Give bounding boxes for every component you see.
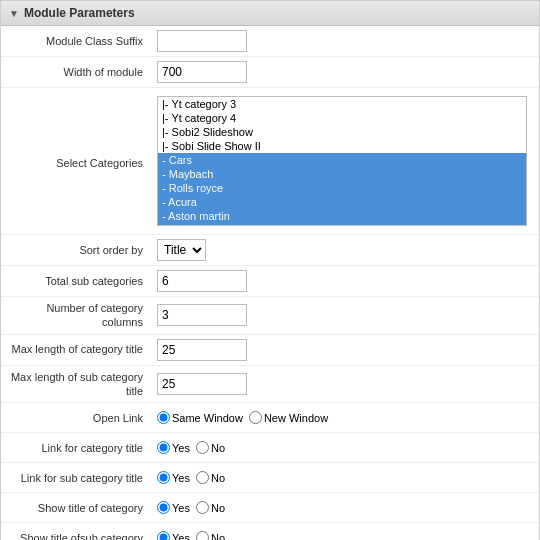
show-title-category-yes-radio[interactable] — [157, 501, 170, 514]
show-title-sub-category-no-option[interactable]: No — [196, 531, 225, 540]
show-title-sub-category-yes-radio[interactable] — [157, 531, 170, 540]
open-link-same-window-radio[interactable] — [157, 411, 170, 424]
module-class-suffix-row: Module Class Suffix — [1, 26, 539, 57]
link-sub-category-title-yes-label: Yes — [172, 472, 190, 484]
show-title-category-radio-group: Yes No — [157, 501, 225, 514]
max-length-sub-category-title-value — [151, 369, 539, 399]
select-categories-label: Select Categories — [1, 148, 151, 174]
max-length-sub-category-title-label: Max length of sub category title — [1, 366, 151, 403]
link-for-category-title-row: Link for category title Yes No — [1, 433, 539, 463]
max-length-category-title-input[interactable] — [157, 339, 247, 361]
width-of-module-value — [151, 57, 539, 87]
total-sub-categories-row: Total sub categories — [1, 266, 539, 297]
show-title-of-category-label: Show title of category — [1, 497, 151, 519]
select-categories-value: |- Yt category 3|- Yt category 4|- Sobi2… — [151, 92, 539, 230]
link-sub-category-title-no-option[interactable]: No — [196, 471, 225, 484]
link-sub-category-title-no-label: No — [211, 472, 225, 484]
max-length-category-title-row: Max length of category title — [1, 335, 539, 366]
category-list[interactable]: |- Yt category 3|- Yt category 4|- Sobi2… — [157, 96, 527, 226]
max-length-sub-category-title-row: Max length of sub category title — [1, 366, 539, 404]
show-title-of-category-row: Show title of category Yes No — [1, 493, 539, 523]
link-category-title-no-label: No — [211, 442, 225, 454]
link-sub-category-title-radio-group: Yes No — [157, 471, 225, 484]
list-item[interactable]: - Aston martin — [158, 209, 526, 223]
show-title-category-no-radio[interactable] — [196, 501, 209, 514]
link-category-title-radio-group: Yes No — [157, 441, 225, 454]
list-item[interactable]: - Audi — [158, 223, 526, 226]
collapse-icon: ▼ — [9, 8, 19, 19]
show-title-sub-category-yes-label: Yes — [172, 532, 190, 540]
show-title-of-category-value: Yes No — [151, 497, 539, 518]
open-link-radio-group: Same Window New Window — [157, 411, 328, 424]
open-link-new-window-label: New Window — [264, 412, 328, 424]
list-item[interactable]: |- Yt category 3 — [158, 97, 526, 111]
open-link-new-window-radio[interactable] — [249, 411, 262, 424]
open-link-new-window-option[interactable]: New Window — [249, 411, 328, 424]
max-length-category-title-value — [151, 335, 539, 365]
module-parameters-title: Module Parameters — [24, 6, 135, 20]
show-title-of-sub-category-row: Show title ofsub category Yes No — [1, 523, 539, 540]
open-link-same-window-label: Same Window — [172, 412, 243, 424]
link-sub-category-title-no-radio[interactable] — [196, 471, 209, 484]
sort-order-value: Title — [151, 235, 539, 265]
max-length-category-title-label: Max length of category title — [1, 338, 151, 360]
link-category-title-yes-radio[interactable] — [157, 441, 170, 454]
list-item[interactable]: |- Sobi Slide Show II — [158, 139, 526, 153]
total-sub-categories-label: Total sub categories — [1, 270, 151, 292]
sort-order-select[interactable]: Title — [157, 239, 206, 261]
list-item[interactable]: |- Yt category 4 — [158, 111, 526, 125]
link-category-title-yes-option[interactable]: Yes — [157, 441, 190, 454]
open-link-row: Open Link Same Window New Window — [1, 403, 539, 433]
open-link-value: Same Window New Window — [151, 407, 539, 428]
list-item[interactable]: - Maybach — [158, 167, 526, 181]
link-sub-category-title-yes-radio[interactable] — [157, 471, 170, 484]
module-parameters-header[interactable]: ▼ Module Parameters — [1, 1, 539, 26]
total-sub-categories-value — [151, 266, 539, 296]
show-title-of-sub-category-label: Show title ofsub category — [1, 527, 151, 540]
show-title-category-yes-label: Yes — [172, 502, 190, 514]
open-link-label: Open Link — [1, 407, 151, 429]
show-title-sub-category-radio-group: Yes No — [157, 531, 225, 540]
module-class-suffix-value — [151, 26, 539, 56]
link-for-sub-category-title-row: Link for sub category title Yes No — [1, 463, 539, 493]
show-title-sub-category-no-label: No — [211, 532, 225, 540]
sort-order-label: Sort order by — [1, 239, 151, 261]
show-title-sub-category-no-radio[interactable] — [196, 531, 209, 540]
module-parameters-panel: ▼ Module Parameters Module Class Suffix … — [0, 0, 540, 540]
link-for-sub-category-title-label: Link for sub category title — [1, 467, 151, 489]
link-for-category-title-value: Yes No — [151, 437, 539, 458]
link-category-title-no-radio[interactable] — [196, 441, 209, 454]
width-of-module-input[interactable] — [157, 61, 247, 83]
module-class-suffix-input[interactable] — [157, 30, 247, 52]
open-link-same-window-option[interactable]: Same Window — [157, 411, 243, 424]
link-category-title-no-option[interactable]: No — [196, 441, 225, 454]
number-of-category-columns-row: Number of category columns — [1, 297, 539, 335]
show-title-of-sub-category-value: Yes No — [151, 527, 539, 540]
total-sub-categories-input[interactable] — [157, 270, 247, 292]
show-title-category-no-label: No — [211, 502, 225, 514]
show-title-category-yes-option[interactable]: Yes — [157, 501, 190, 514]
number-of-category-columns-input[interactable] — [157, 304, 247, 326]
number-of-category-columns-value — [151, 300, 539, 330]
width-of-module-row: Width of module — [1, 57, 539, 88]
link-for-category-title-label: Link for category title — [1, 437, 151, 459]
width-of-module-label: Width of module — [1, 61, 151, 83]
show-title-category-no-option[interactable]: No — [196, 501, 225, 514]
link-sub-category-title-yes-option[interactable]: Yes — [157, 471, 190, 484]
max-length-sub-category-title-input[interactable] — [157, 373, 247, 395]
sort-order-row: Sort order by Title — [1, 235, 539, 266]
link-category-title-yes-label: Yes — [172, 442, 190, 454]
list-item[interactable]: - Rolls royce — [158, 181, 526, 195]
module-class-suffix-label: Module Class Suffix — [1, 30, 151, 52]
show-title-sub-category-yes-option[interactable]: Yes — [157, 531, 190, 540]
list-item[interactable]: - Cars — [158, 153, 526, 167]
list-item[interactable]: - Acura — [158, 195, 526, 209]
link-for-sub-category-title-value: Yes No — [151, 467, 539, 488]
number-of-category-columns-label: Number of category columns — [1, 297, 151, 334]
list-item[interactable]: |- Sobi2 Slideshow — [158, 125, 526, 139]
select-categories-row: Select Categories |- Yt category 3|- Yt … — [1, 88, 539, 235]
